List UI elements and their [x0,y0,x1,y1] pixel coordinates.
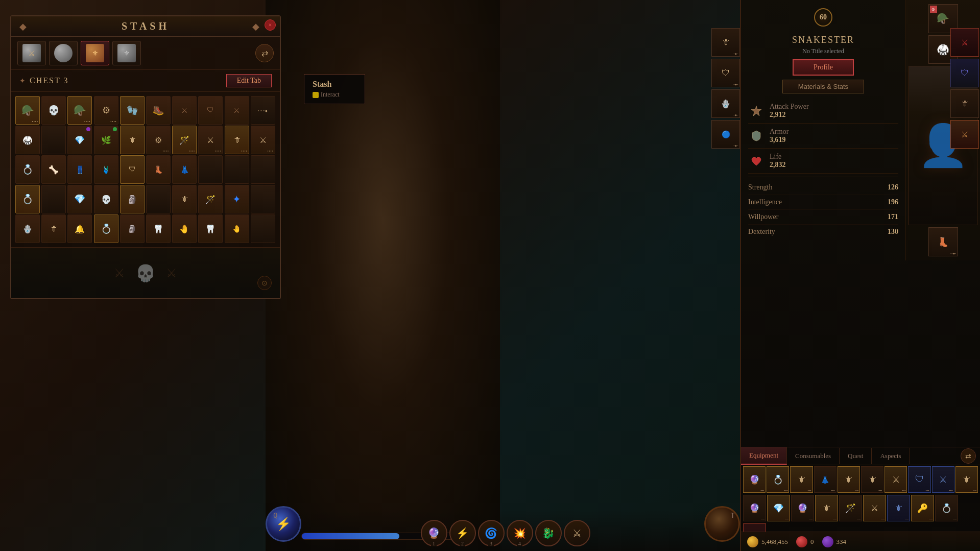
inv-slot[interactable]: 🪄•••• [172,126,197,154]
inv-slot[interactable]: 💎 [67,185,92,213]
inv-slot[interactable]: 🪬 [15,214,40,243]
inv-slot[interactable]: ⚔•••• [198,126,223,154]
inv-slot[interactable]: 👢 [146,155,171,184]
inv-slot[interactable]: 💀 [41,96,66,125]
inv-slot[interactable]: 👖 [67,155,92,184]
equip-item[interactable]: 💎•••• [767,495,790,521]
materials-stats-button[interactable]: Materials & Stats [782,80,864,93]
inv-slot[interactable]: 💍 [15,185,40,213]
inv-slot[interactable]: 🛡 [120,155,145,184]
equip-item[interactable]: 🔮•••• [743,495,766,521]
equip-item[interactable]: 💍•••• [767,466,789,493]
equip-item[interactable]: 🗡•••• [838,466,860,493]
inv-slot[interactable]: 🛡 [198,96,223,125]
stash-tab-2[interactable] [49,41,78,65]
equip-item[interactable]: 💍•••• [935,495,958,521]
inv-slot[interactable] [41,126,66,154]
inv-slot[interactable]: ⚔•••• [251,126,275,154]
inv-slot[interactable]: ⚙•••• [146,126,171,154]
equip-item[interactable]: ⚔•••• [863,495,886,521]
inv-slot[interactable]: 🦴 [41,155,66,184]
inv-slot[interactable]: • • •◆ [251,96,275,125]
inv-slot[interactable]: 💍 [15,155,40,184]
equip-item[interactable]: 🗡•••• [861,466,883,493]
equip-item[interactable]: 🔑•••• [911,495,934,521]
inv-slot[interactable] [251,214,275,243]
inv-slot[interactable] [225,155,249,184]
equip-item[interactable]: 🗡•••• [955,466,978,493]
stash-tab-4[interactable]: ⚜ [112,41,141,65]
inv-slot[interactable]: 💍 [94,214,118,243]
inv-slot[interactable]: 🥋 [15,126,40,154]
skill-slot-6[interactable]: ⚔ [564,520,590,546]
tab-quest[interactable]: Quest [840,448,872,464]
inv-slot[interactable]: 🤚 [172,214,197,243]
tab-equipment[interactable]: Equipment [741,447,787,465]
equip-item[interactable]: ⚔•••• [885,466,907,493]
equip-slot-left-3[interactable]: 🪬 ••◆• [711,89,740,118]
inv-slot[interactable]: 🧤 [120,96,145,125]
stash-tab-1[interactable]: ⚔ [17,41,46,65]
stash-tab-3[interactable]: ⚜ [81,41,109,65]
inv-slot[interactable]: ⚔ [225,96,249,125]
stash-close-button[interactable]: × [265,19,276,31]
inv-slot[interactable]: 🦷 [198,214,223,243]
inv-slot[interactable]: 🩱 [94,155,118,184]
inv-slot[interactable]: 🪖•••• [15,96,40,125]
equip-item[interactable]: ⚔•••• [932,466,954,493]
stash-transfer-button[interactable]: ⇄ [255,44,274,62]
inv-slot[interactable] [198,155,223,184]
inv-slot[interactable]: ✦ [225,185,249,213]
inv-slot[interactable] [251,155,275,184]
inv-slot[interactable]: 🪖•••• [67,96,92,125]
inv-slot[interactable]: 🌿 [94,126,118,154]
stash-arrow-left[interactable]: ◆ [19,21,27,32]
equip-slot-right-1[interactable]: ⚔ [950,28,979,57]
equip-slot-right-2[interactable]: 🛡 [950,59,979,87]
inv-slot[interactable]: 🤚 [225,214,249,243]
inv-slot[interactable]: 🗡 [172,185,197,213]
skill-slot-3[interactable]: 🌀3 [478,520,505,546]
inv-slot[interactable]: 🗡•••• [225,126,249,154]
inv-slot[interactable]: 💀 [94,185,118,213]
equip-item[interactable]: 🗡•••• [815,495,838,521]
skill-slot-5[interactable]: 🐉 [535,520,562,546]
equip-slot-left-2[interactable]: 🛡 ••◆• [711,59,740,87]
inv-slot[interactable]: ⚔ [172,96,197,125]
equip-item[interactable]: 🔮•••• [791,495,814,521]
equip-slot-left-4[interactable]: 🔵 ••◆• [711,120,740,149]
inv-slot[interactable]: 👗 [172,155,197,184]
edit-tab-button[interactable]: Edit Tab [226,74,272,87]
inv-slot[interactable]: 🗡 [120,126,145,154]
stash-arrow-right[interactable]: ◆ [252,21,259,32]
inv-slot[interactable] [251,185,275,213]
equip-item[interactable]: 🗡•••• [790,466,812,493]
equip-slot-left-1[interactable]: 🗡 ••◆• [711,28,740,57]
equip-slot-boots[interactable]: 👢 ••◆• [928,227,958,256]
inv-slot[interactable]: 🗿 [120,214,145,243]
inv-slot[interactable]: 🦷 [146,214,171,243]
equip-item[interactable]: 🪄•••• [839,495,862,521]
inv-slot[interactable]: 🥾 [146,96,171,125]
equip-tab-icon[interactable]: ⇄ [961,448,976,464]
tab-aspects[interactable]: Aspects [872,448,910,464]
inv-slot[interactable]: 🔔 [67,214,92,243]
inv-slot[interactable]: ⚙•••• [94,96,118,125]
equip-item[interactable]: 🔮•••• [743,466,766,493]
inv-slot[interactable]: 🗡 [41,214,66,243]
skill-slot-4[interactable]: 💥4 [507,520,533,546]
tab-consumables[interactable]: Consumables [787,448,840,464]
equip-slot-right-4[interactable]: ⚔ [950,120,979,149]
inv-slot[interactable]: 💎 [67,126,92,154]
inv-slot[interactable]: 🪄 [198,185,223,213]
skill-slot-1[interactable]: 🔮1 [421,520,447,546]
inv-slot[interactable] [41,185,66,213]
equip-item[interactable]: 🛡•••• [908,466,930,493]
skill-slot-2[interactable]: ⚡2 [449,520,476,546]
profile-button[interactable]: Profile [793,59,854,76]
inv-slot[interactable] [146,185,171,213]
equip-item[interactable]: 👗•••• [814,466,836,493]
equip-item[interactable]: 🗡•••• [887,495,910,521]
equip-slot-right-3[interactable]: 🗡 [950,89,979,118]
inv-slot[interactable]: 🗿 [120,185,145,213]
